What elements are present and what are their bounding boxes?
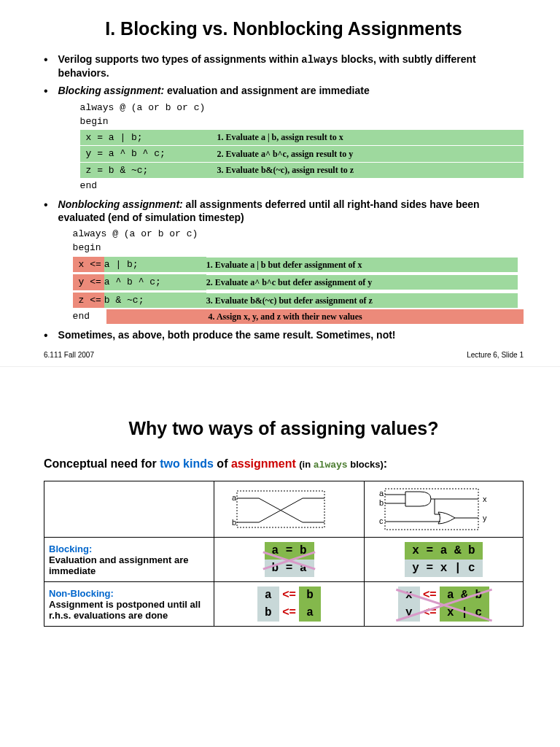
code2-row1: x <= a | b;1. Evaluate a | b but defer a… (73, 256, 524, 274)
code1-r2-desc: 2. Evaluate a^ b^c, assign result to y (217, 147, 354, 160)
code2-r1-left: x <= (73, 257, 104, 273)
svg-text:c: c (379, 516, 384, 525)
eq-rhs-ab: a & b (440, 587, 489, 604)
eq-y-xc: y = x | c (405, 560, 482, 577)
code2-r2-desc: 2. Evaluate a^ b^c but defer assignment … (206, 275, 518, 290)
swap-diagram-cell: a b (214, 481, 365, 538)
eq-b3: b (257, 604, 279, 622)
bullet-2: Blocking assignment: evaluation and assi… (44, 84, 524, 193)
code1-r2-code: y = a ^ b ^ c; (86, 147, 217, 161)
svg-text:b: b (379, 498, 384, 507)
eq-y2: y (398, 604, 420, 622)
code1-r3-code: z = b & ~c; (86, 163, 217, 178)
bullet-4: Sometimes, as above, both produce the sa… (44, 328, 524, 344)
code2-line2: begin (73, 241, 524, 255)
code1-r1-code: x = a | b; (86, 131, 217, 145)
code2-r4-desc: 4. Assign x, y, and z with their new val… (209, 309, 524, 324)
eq-le-2: <= (282, 605, 296, 618)
code1-row1: x = a | b;1. Evaluate a | b, assign resu… (80, 130, 524, 146)
eq-rhs-xc: x | c (440, 604, 489, 622)
bullet2-title: Blocking assignment: (58, 85, 164, 96)
code1-r3-desc: 3. Evaluate b&(~c), assign result to z (217, 163, 354, 177)
code1-row2: y = a ^ b ^ c;2. Evaluate a^ b^c, assign… (80, 146, 524, 162)
slide2-title: Why two ways of assigning values? (44, 418, 524, 439)
code2-r3-left: z <= (73, 293, 104, 309)
code2-r2-right: a ^ b ^ c; (104, 274, 206, 290)
footer-right: Lecture 6, Slide 1 (467, 351, 524, 359)
eq-a2: a (257, 587, 279, 604)
code2-r3-right: b & ~c; (104, 293, 206, 309)
blocking-swap-cell: a = b b = a (214, 538, 365, 582)
bullet-3: Nonblocking assignment: all assignments … (44, 198, 524, 325)
eq-le-4: <= (423, 605, 437, 618)
blocking-label: Blocking: Evaluation and assignment are … (44, 538, 214, 582)
eq-x-ab: x = a & b (405, 542, 482, 560)
nonblocking-label: Non-Blocking: Assignment is postponed un… (44, 582, 214, 627)
code2-line1: always @ (a or b or c) (73, 227, 524, 241)
nonblocking-swap-cell: a <= b b <= a (214, 582, 365, 627)
eq-b-eq-a: b = a (265, 560, 314, 577)
code1-row3: z = b & ~c;3. Evaluate b&(~c), assign re… (80, 163, 524, 179)
eq-x2: x (398, 587, 420, 604)
svg-text:y: y (483, 514, 487, 522)
code2-r1-desc: 1. Evaluate a | b but defer assignment o… (206, 258, 518, 272)
eq-a3: a (299, 604, 321, 622)
svg-text:a: a (379, 489, 384, 498)
svg-text:a: a (232, 493, 237, 502)
code1-line2: begin (80, 115, 524, 129)
code2-row2: y <= a ^ b ^ c;2. Evaluate a^ b^c but de… (73, 274, 524, 291)
code2-r3-desc: 3. Evaluate b&(~c) but defer assignment … (206, 293, 518, 308)
nonblocking-gates-cell: x <= a & b y <= x | c (365, 582, 524, 627)
code1-r1-desc: 1. Evaluate a | b, assign result to x (217, 131, 343, 144)
eq-le-1: <= (282, 588, 296, 600)
gates-diagram-icon: a b c x y (369, 486, 493, 533)
footer-left: 6.111 Fall 2007 (44, 351, 94, 359)
code1-line1: always @ (a or b or c) (80, 101, 524, 115)
bullet2-text: evaluation and assignment are immediate (164, 85, 370, 96)
bullet1-text-a: Verilog supports two types of assignment… (58, 53, 302, 65)
bullet1-code: always (301, 54, 338, 66)
svg-text:x: x (483, 495, 487, 503)
eq-b2: b (299, 587, 321, 604)
bullet3-title: Nonblocking assignment: (58, 198, 183, 210)
eq-le-3: <= (423, 588, 437, 600)
code1-end: end (80, 179, 524, 193)
code2-r2-left: y <= (73, 274, 104, 290)
svg-text:b: b (232, 518, 236, 527)
swap-diagram-icon: a b (219, 487, 335, 531)
slide1-title: I. Blocking vs. Nonblocking Assignments (44, 18, 524, 39)
code2-r1-right: a | b; (104, 257, 206, 273)
code2-end: end (73, 309, 106, 324)
conceptual-line: Conceptual need for two kinds of assignm… (44, 457, 524, 471)
gates-diagram-cell: a b c x y (365, 481, 524, 538)
blocking-gates-cell: x = a & b y = x | c (365, 538, 524, 582)
bullet-1: Verilog supports two types of assignment… (44, 53, 524, 80)
code2-row3: z <= b & ~c;3. Evaluate b&(~c) but defer… (73, 292, 524, 309)
bullet4-text: Sometimes, as above, both produce the sa… (58, 328, 524, 344)
eq-a-eq-b: a = b (265, 542, 314, 560)
comparison-table: a b a b c x y (44, 481, 524, 627)
